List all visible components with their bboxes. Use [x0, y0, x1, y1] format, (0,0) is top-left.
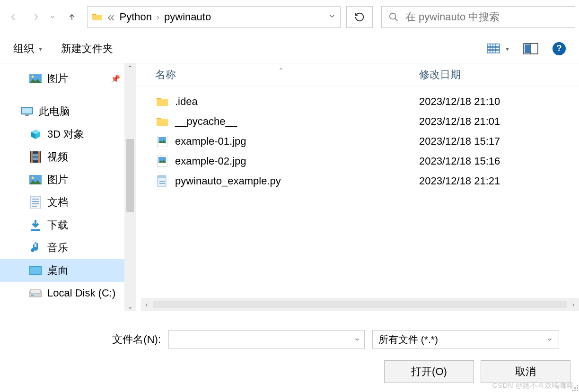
sidebar-item-label: 视频 [47, 150, 68, 164]
video-icon [29, 151, 42, 163]
download-icon [29, 219, 42, 231]
sidebar-item-label: 图片 [47, 71, 68, 86]
image-icon [156, 135, 168, 148]
forward-button[interactable] [26, 8, 45, 26]
scrollbar-thumb[interactable] [126, 139, 134, 212]
scroll-down-icon[interactable]: ⌄ [127, 302, 133, 311]
search-icon [388, 12, 399, 22]
view-icon [486, 41, 501, 56]
svg-rect-27 [31, 229, 40, 231]
file-date: 2023/12/18 15:17 [419, 135, 579, 148]
file-row[interactable]: .idea2023/12/18 21:10 [136, 92, 579, 112]
folder-icon [156, 96, 168, 108]
file-row[interactable]: example-01.jpg2023/12/18 15:17 [136, 131, 579, 151]
dropdown-icon: ▾ [39, 45, 42, 52]
scroll-right-icon[interactable]: › [568, 301, 579, 308]
new-folder-label: 新建文件夹 [61, 42, 113, 56]
file-name: pywinauto_example.py [175, 175, 281, 187]
sidebar-scrollbar[interactable]: ⌃ ⌄ [124, 63, 136, 311]
svg-rect-16 [31, 151, 33, 163]
dialog-bottom: 文件名(N): 所有文件 (*.*) 打开(O) 取消 [0, 311, 579, 392]
svg-rect-19 [33, 157, 38, 160]
sidebar-item[interactable]: 此电脑 [0, 100, 136, 123]
organize-label: 组织 [13, 42, 34, 56]
svg-point-21 [32, 177, 34, 179]
svg-rect-14 [25, 115, 28, 116]
image-icon [29, 174, 42, 186]
svg-rect-18 [33, 154, 38, 157]
search-box[interactable]: 在 pywinauto 中搜索 [381, 6, 575, 28]
py-icon [156, 175, 168, 187]
refresh-button[interactable] [346, 6, 373, 28]
cancel-button[interactable]: 取消 [481, 360, 570, 383]
recent-locations-dropdown[interactable] [49, 12, 59, 23]
organize-menu[interactable]: 组织 ▾ [13, 42, 42, 56]
horizontal-scrollbar[interactable]: ‹ › [141, 298, 579, 311]
svg-point-11 [32, 76, 34, 78]
file-row[interactable]: example-02.jpg2023/12/18 15:16 [136, 151, 579, 171]
music-icon [29, 242, 42, 254]
sort-indicator-icon: ⌃ [278, 67, 284, 74]
filter-label: 所有文件 (*.*) [378, 333, 438, 346]
breadcrumb-separator: « [107, 10, 115, 24]
sidebar-item[interactable]: 视频 [0, 146, 136, 168]
sidebar-item[interactable]: 图片 [0, 168, 136, 191]
navigation-bar: « Python › pywinauto 在 pywinauto 中搜索 [0, 0, 579, 34]
pin-icon: 📌 [111, 74, 120, 83]
breadcrumb-item[interactable]: pywinauto [164, 11, 211, 23]
address-bar[interactable]: « Python › pywinauto [87, 6, 341, 28]
disk-icon [29, 287, 42, 299]
sidebar-item[interactable]: 下载 [0, 214, 136, 236]
doc-icon [29, 196, 42, 209]
sidebar-item[interactable]: 桌面 [0, 259, 136, 282]
sidebar-item-label: 桌面 [47, 263, 68, 278]
sidebar-item[interactable]: 3D 对象 [0, 123, 136, 146]
column-header-date[interactable]: 修改日期 [411, 68, 579, 82]
file-name: .idea [175, 96, 198, 108]
svg-point-0 [390, 13, 396, 19]
help-button[interactable]: ? [553, 42, 566, 55]
dropdown-icon[interactable] [354, 336, 360, 343]
preview-pane-button[interactable] [523, 41, 538, 56]
file-name: __pycache__ [175, 115, 237, 128]
file-type-filter[interactable]: 所有文件 (*.*) [372, 330, 559, 349]
svg-rect-9 [525, 44, 530, 53]
open-button[interactable]: 打开(O) [384, 360, 474, 383]
filename-label: 文件名(N): [28, 332, 161, 347]
column-header-name[interactable]: 名称 ⌃ [136, 68, 411, 82]
sidebar-item-label: 3D 对象 [47, 127, 84, 141]
file-list-pane: 名称 ⌃ 修改日期 .idea2023/12/18 21:10__pycache… [136, 63, 579, 311]
file-row[interactable]: pywinauto_example.py2023/12/18 21:21 [136, 171, 579, 191]
filename-input[interactable] [168, 330, 365, 349]
resize-grip[interactable] [570, 383, 578, 391]
sidebar-item[interactable]: Local Disk (C:) [0, 282, 136, 305]
sidebar-item-label: Local Disk (C:) [47, 287, 115, 299]
watermark: CSDN @她不喜欢喝咖啡 [492, 381, 574, 390]
image-icon [156, 155, 168, 167]
scroll-left-icon[interactable]: ‹ [141, 301, 152, 308]
address-dropdown-icon[interactable] [328, 12, 336, 23]
folder-icon [91, 11, 103, 23]
back-button[interactable] [4, 8, 23, 26]
up-button[interactable] [62, 8, 81, 26]
svg-rect-2 [487, 47, 500, 50]
file-date: 2023/12/18 21:01 [419, 115, 579, 128]
view-menu[interactable]: ▾ [486, 41, 509, 56]
new-folder-button[interactable]: 新建文件夹 [61, 42, 113, 56]
breadcrumb-chevron-icon[interactable]: › [157, 12, 159, 22]
sidebar-item[interactable]: 文档 [0, 191, 136, 214]
toolbar: 组织 ▾ 新建文件夹 ▾ ? [0, 34, 579, 63]
scroll-up-icon[interactable]: ⌃ [127, 63, 133, 73]
sidebar-item-label: 下载 [47, 218, 68, 232]
sidebar-item[interactable]: 图片 📌 [0, 67, 136, 90]
file-row[interactable]: __pycache__2023/12/18 21:01 [136, 112, 579, 131]
svg-rect-38 [158, 175, 166, 178]
sidebar-item-label: 此电脑 [39, 105, 70, 119]
svg-rect-13 [22, 108, 32, 113]
breadcrumb-item[interactable]: Python [120, 11, 152, 23]
scrollbar-track[interactable] [153, 301, 567, 308]
folder-icon [156, 115, 168, 128]
dropdown-icon: ▾ [506, 45, 509, 52]
sidebar-item[interactable]: 音乐 [0, 236, 136, 259]
file-date: 2023/12/18 15:16 [419, 155, 579, 167]
